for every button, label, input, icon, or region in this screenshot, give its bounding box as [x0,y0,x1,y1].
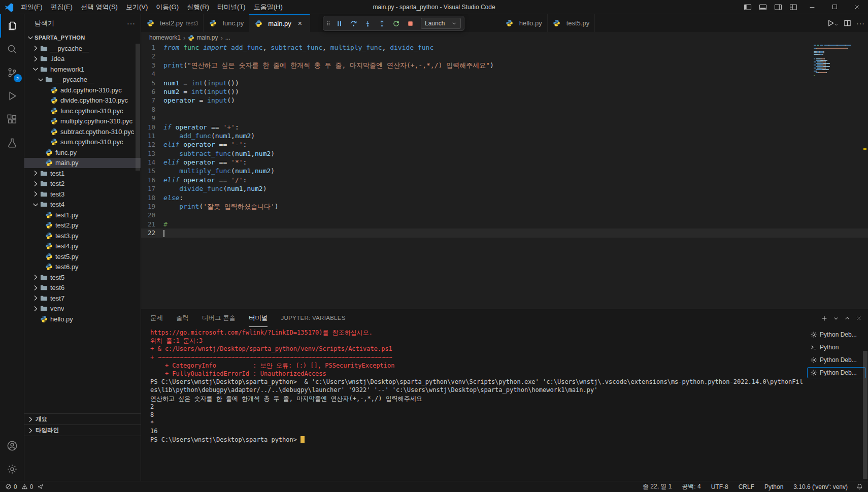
menu-item-0[interactable]: 파일(F) [17,2,47,13]
code-editor[interactable]: 1from func import add_func, subtract_fun… [141,43,868,309]
terminal-scrollbar[interactable] [863,351,867,479]
timeline-section[interactable]: 타임라인 [24,425,141,436]
debug-stop-button[interactable] [404,17,417,30]
debug-pause-button[interactable] [332,17,346,30]
debug-step-over-button[interactable] [347,17,360,30]
tree-item-main.py[interactable]: main.py [24,158,141,169]
drag-handle[interactable] [326,19,330,27]
tab-hello.py[interactable]: hello.py [500,14,548,32]
menu-item-4[interactable]: 이동(G) [152,2,183,13]
activitybar-testing[interactable] [0,131,24,154]
tree-item-test3.py[interactable]: test3.py [24,231,141,241]
status-item-5[interactable]: 3.10.6 ('venv': venv) [791,483,850,490]
menu-item-5[interactable]: 실행(R) [183,2,213,13]
activitybar-run-debug[interactable] [0,84,24,108]
tree-item-SPARTA_PYTHON[interactable]: SPARTA_PYTHON [24,32,141,43]
tree-item-test4[interactable]: test4 [24,200,141,210]
tree-item-test2.py[interactable]: test2.py [24,220,141,231]
maximize-button[interactable] [823,0,846,14]
tree-item-test1.py[interactable]: test1.py [24,210,141,220]
bell-icon[interactable] [856,483,863,490]
panel-tab-디버그 콘솔[interactable]: 디버그 콘솔 [202,309,236,327]
run-python-file-button[interactable] [826,19,839,27]
more-actions-icon[interactable]: ··· [127,19,136,27]
tab-test5.py[interactable]: test5.py [548,14,595,32]
toggle-panel-icon[interactable] [755,0,771,14]
activitybar-search[interactable] [0,38,24,61]
activitybar-explorer[interactable] [0,14,24,38]
activitybar-settings[interactable] [0,457,24,481]
tree-item-test1[interactable]: test1 [24,168,141,179]
tab-test2.py[interactable]: test2.pytest3 [141,14,204,32]
status-item-4[interactable]: Python [762,483,786,490]
terminal-output[interactable]: https://go.microsoft.com/fwlink/?LinkID=… [141,327,806,481]
activitybar-account[interactable] [0,434,24,457]
tab-func.py[interactable]: func.py [204,14,249,32]
breadcrumb-symbol[interactable]: ... [225,34,230,41]
terminal-instance-3[interactable]: Python Deb... [807,367,866,378]
tree-item-test2[interactable]: test2 [24,179,141,189]
panel-tab-출력[interactable]: 출력 [176,309,189,327]
tree-item-test6[interactable]: test6 [24,283,141,293]
tree-item-func.py[interactable]: func.py [24,147,141,158]
status-item-1[interactable]: 공백: 4 [679,482,703,491]
activitybar-extensions[interactable] [0,108,24,131]
tree-item-divide.cpython-310.pyc[interactable]: divide.cpython-310.pyc [24,95,141,106]
breadcrumb-folder[interactable]: homework1 [149,34,181,41]
problems-status[interactable]: 0 0 [5,483,33,490]
activitybar-source-control[interactable]: 2 [0,61,24,84]
tree-item-subtract.cpython-310.pyc[interactable]: subtract.cpython-310.pyc [24,126,141,137]
close-tab-icon[interactable]: × [295,19,305,27]
more-actions-icon[interactable]: ··· [856,19,865,27]
tree-item-test3[interactable]: test3 [24,189,141,200]
debug-step-out-button[interactable] [375,17,388,30]
tree-item-test5[interactable]: test5 [24,272,141,283]
tree-item-test4.py[interactable]: test4.py [24,241,141,252]
minimize-button[interactable] [801,0,823,14]
tree-item-test7[interactable]: test7 [24,293,141,304]
customize-layout-icon[interactable] [786,0,801,14]
tree-item-.idea[interactable]: .idea [24,54,141,64]
close-panel-button[interactable] [855,315,862,321]
new-terminal-button[interactable] [821,315,828,322]
tab-main.py[interactable]: main.py× [249,14,310,32]
sidebar-scrollbar[interactable] [136,44,140,171]
status-item-3[interactable]: CRLF [736,483,757,490]
tree-item-homework1[interactable]: homework1 [24,64,141,75]
close-window-button[interactable] [846,0,868,14]
panel-tab-JUPYTER: VARIABLES[interactable]: JUPYTER: VARIABLES [281,309,345,327]
terminal-instance-1[interactable]: Python [807,342,866,353]
minimap[interactable] [814,45,860,78]
toggle-secondary-sidebar-icon[interactable] [771,0,786,14]
debug-step-into-button[interactable] [361,17,374,30]
tree-item-sum.cpython-310.pyc[interactable]: sum.cpython-310.pyc [24,137,141,148]
maximize-panel-button[interactable] [844,315,850,321]
tree-item-__pycache__[interactable]: __pycache__ [24,43,141,54]
tree-item-venv[interactable]: venv [24,304,141,314]
menu-item-2[interactable]: 선택 영역(S) [77,2,122,13]
tree-item-hello.py[interactable]: hello.py [24,314,141,324]
tree-item-test6.py[interactable]: test6.py [24,262,141,273]
split-editor-button[interactable] [844,19,851,27]
menu-item-7[interactable]: 도움말(H) [250,2,287,13]
outline-section[interactable]: 개요 [24,414,141,425]
launch-config-dropdown[interactable]: Launch [421,18,461,29]
status-item-0[interactable]: 줄 22, 열 1 [640,482,674,491]
panel-tab-터미널[interactable]: 터미널 [249,309,268,327]
status-item-2[interactable]: UTF-8 [709,483,731,490]
tree-item-__pycache__[interactable]: __pycache__ [24,75,141,85]
panel-tab-문제[interactable]: 문제 [150,309,163,327]
menu-item-6[interactable]: 터미널(T) [213,2,250,13]
tree-item-add.cpython-310.pyc[interactable]: add.cpython-310.pyc [24,85,141,95]
tree-item-multiply.cpython-310.pyc[interactable]: multiply.cpython-310.pyc [24,116,141,127]
menu-item-3[interactable]: 보기(V) [122,2,152,13]
breadcrumb-file[interactable]: main.py [188,34,218,41]
terminal-instance-2[interactable]: Python Deb... [807,354,866,366]
terminal-instance-0[interactable]: Python Deb... [807,329,866,340]
feedback-icon[interactable] [37,483,44,490]
tree-item-func.cpython-310.pyc[interactable]: func.cpython-310.pyc [24,106,141,116]
menu-item-1[interactable]: 편집(E) [47,2,77,13]
debug-restart-button[interactable] [389,17,403,30]
terminal-dropdown-icon[interactable] [833,315,839,321]
tree-item-test5.py[interactable]: test5.py [24,251,141,262]
